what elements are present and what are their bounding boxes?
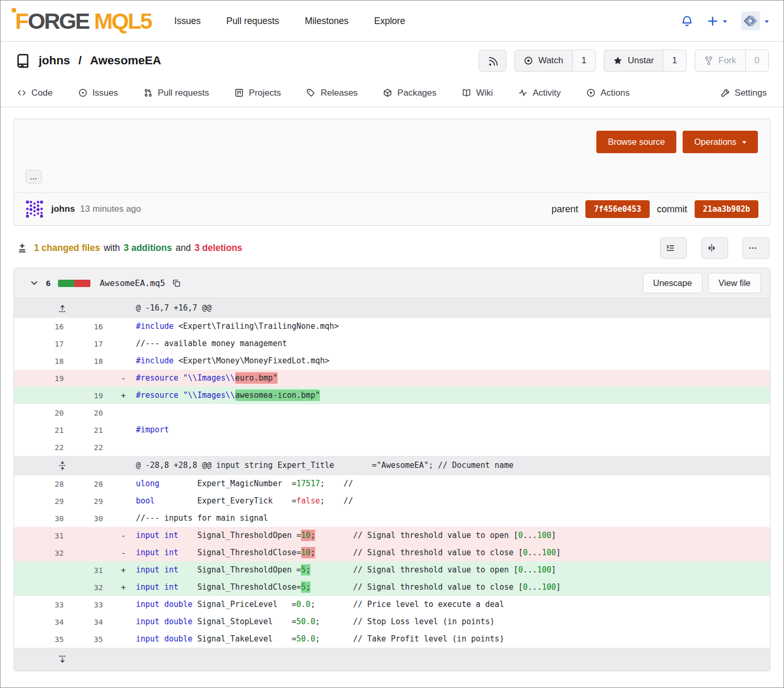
repo-name-link[interactable]: AwesomeEA: [90, 54, 161, 67]
user-menu[interactable]: [741, 12, 769, 30]
eye-icon: [524, 56, 533, 65]
parent-label: parent: [551, 204, 578, 215]
whitespace-options-button[interactable]: [660, 237, 687, 259]
new-line-number[interactable]: 35: [72, 635, 111, 644]
operations-label: Operations: [694, 137, 736, 147]
expand-down-icon[interactable]: [14, 655, 111, 664]
top-navbar: FORGE MQL5 IssuesPull requestsMilestones…: [1, 1, 783, 42]
tab-issues[interactable]: Issues: [78, 88, 118, 98]
repository-book-icon: [15, 53, 30, 68]
star-count[interactable]: 1: [663, 50, 686, 71]
operations-button[interactable]: Operations: [683, 131, 758, 153]
expand-up-icon[interactable]: [14, 303, 111, 313]
view-file-button[interactable]: View file: [708, 273, 761, 293]
tab-settings[interactable]: Settings: [721, 88, 767, 98]
tab-code[interactable]: Code: [17, 88, 53, 98]
nav-item-explore[interactable]: Explore: [374, 16, 405, 27]
commit-hash-button[interactable]: 21aa3b902b: [695, 200, 758, 218]
parent-hash-button[interactable]: 7f456e0453: [585, 200, 649, 218]
old-line-number[interactable]: 35: [14, 635, 72, 644]
old-line-number[interactable]: 34: [14, 618, 72, 626]
diff-more-options-button[interactable]: [743, 237, 769, 259]
watch-label: Watch: [538, 55, 563, 66]
old-line-number[interactable]: 17: [14, 340, 72, 348]
rss-button[interactable]: [479, 50, 506, 72]
new-line-number[interactable]: 34: [72, 618, 111, 626]
author-avatar[interactable]: [26, 200, 43, 218]
repo-owner-link[interactable]: johns: [39, 54, 70, 67]
old-line-number[interactable]: 31: [14, 532, 72, 540]
tab-wiki[interactable]: Wiki: [462, 88, 493, 98]
author-name[interactable]: johns: [51, 204, 75, 214]
nav-item-pull-requests[interactable]: Pull requests: [226, 16, 279, 27]
main-nav: IssuesPull requestsMilestonesExplore: [174, 16, 405, 27]
new-line-number[interactable]: 31: [72, 566, 111, 575]
new-line-number[interactable]: 17: [72, 340, 111, 348]
notifications-bell-icon[interactable]: [681, 15, 693, 27]
old-line-number[interactable]: 30: [14, 514, 72, 523]
unescape-button[interactable]: Unescape: [643, 273, 702, 293]
fork-icon: [704, 56, 713, 65]
new-line-number[interactable]: 28: [72, 480, 111, 488]
new-line-number[interactable]: 30: [72, 514, 111, 523]
expand-updown-icon[interactable]: [14, 461, 111, 471]
old-line-number[interactable]: 20: [14, 409, 72, 417]
watch-count[interactable]: 1: [572, 50, 595, 71]
tab-pull-requests[interactable]: Pull requests: [144, 88, 209, 98]
expand-commit-message-button[interactable]: ...: [26, 170, 42, 184]
old-line-number[interactable]: 33: [14, 601, 72, 609]
watch-button[interactable]: Watch 1: [514, 50, 596, 72]
page: FORGE MQL5 IssuesPull requestsMilestones…: [0, 0, 784, 688]
file-name[interactable]: AwesomeEA.mq5: [100, 278, 165, 288]
new-line-number[interactable]: 21: [72, 426, 111, 434]
old-line-number[interactable]: 19: [14, 374, 72, 383]
fork-button[interactable]: Fork 0: [695, 50, 769, 72]
logo-letter-f: F: [15, 10, 28, 32]
tab-projects[interactable]: Projects: [235, 88, 281, 98]
tab-packages[interactable]: Packages: [383, 88, 436, 98]
forge-mql5-logo[interactable]: FORGE MQL5: [15, 10, 151, 32]
file-diff-stat-bar: [58, 280, 90, 287]
browse-source-button[interactable]: Browse source: [596, 131, 676, 153]
new-line-number[interactable]: 32: [72, 583, 111, 592]
code-line: #resource "\\Images\\euro.bmp": [136, 370, 770, 387]
old-line-number[interactable]: 32: [14, 549, 72, 557]
diff-row-context: 3434input double Signal_StopLevel =50.0;…: [14, 613, 770, 630]
hunk-header-text: @ -28,8 +28,8 @@ input string Expert_Tit…: [136, 457, 770, 474]
old-line-number[interactable]: 18: [14, 357, 72, 365]
old-line-number[interactable]: 16: [14, 323, 72, 331]
diff-row-deleted: 32-input int Signal_ThresholdClose=10; /…: [14, 544, 770, 561]
projects-icon: [235, 88, 244, 97]
create-new-menu[interactable]: [707, 16, 727, 27]
copy-file-name-icon[interactable]: [172, 279, 181, 288]
nav-item-milestones[interactable]: Milestones: [305, 16, 349, 27]
fork-count[interactable]: 0: [745, 50, 768, 71]
unstar-button[interactable]: Unstar 1: [604, 50, 687, 72]
new-line-number[interactable]: 22: [72, 443, 111, 452]
new-line-number[interactable]: 16: [72, 323, 111, 331]
addition-marker: +: [111, 583, 136, 592]
nav-item-issues[interactable]: Issues: [174, 16, 201, 27]
commit-label: commit: [657, 204, 687, 215]
tab-releases[interactable]: Releases: [306, 88, 358, 98]
pr-icon: [144, 88, 153, 97]
tab-actions[interactable]: Actions: [586, 88, 630, 98]
deletions-count: 3 deletions: [194, 243, 242, 254]
tab-label: Code: [31, 88, 53, 98]
tab-activity[interactable]: Activity: [518, 88, 561, 98]
new-line-number[interactable]: 33: [72, 601, 111, 609]
new-line-number[interactable]: 19: [72, 392, 111, 400]
old-line-number[interactable]: 21: [14, 426, 72, 434]
old-line-number[interactable]: 22: [14, 443, 72, 452]
diff-plus-minus-icon: [17, 243, 27, 253]
collapse-file-chevron-icon[interactable]: [30, 279, 39, 288]
addition-marker: +: [111, 391, 136, 400]
new-line-number[interactable]: 29: [72, 497, 111, 506]
new-line-number[interactable]: 20: [72, 409, 111, 417]
split-diff-icon: [707, 244, 716, 253]
ellipsis-icon: [748, 244, 757, 253]
split-view-button[interactable]: [701, 237, 728, 259]
new-line-number[interactable]: 18: [72, 357, 111, 365]
old-line-number[interactable]: 28: [14, 480, 72, 488]
old-line-number[interactable]: 29: [14, 497, 72, 506]
